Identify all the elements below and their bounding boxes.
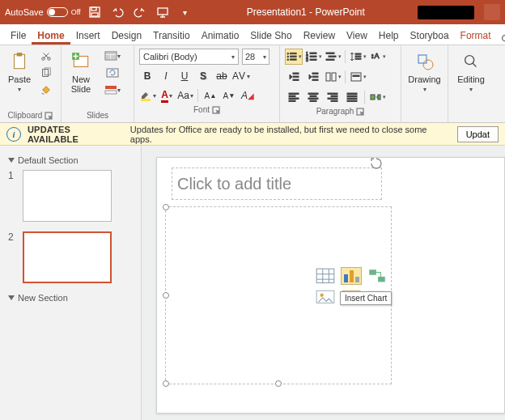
tab-file[interactable]: File bbox=[5, 26, 32, 45]
insert-smartart-icon[interactable] bbox=[367, 267, 388, 285]
highlight-color-button[interactable]: ▾ bbox=[139, 87, 156, 104]
svg-rect-36 bbox=[329, 56, 336, 57]
tab-animations[interactable]: Animatio bbox=[196, 26, 245, 45]
line-spacing-button[interactable]: ▾ bbox=[349, 49, 367, 65]
dialog-launcher-icon[interactable] bbox=[212, 106, 220, 114]
group-drawing: Drawing ▾ x bbox=[401, 45, 448, 122]
add-remove-columns-button[interactable]: ▾ bbox=[324, 69, 342, 85]
align-center-button[interactable] bbox=[304, 89, 322, 105]
align-left-button[interactable] bbox=[285, 89, 303, 105]
character-spacing-button[interactable]: AV▾ bbox=[232, 68, 250, 84]
svg-rect-80 bbox=[350, 270, 354, 282]
underline-button[interactable]: U bbox=[176, 68, 193, 84]
tab-home[interactable]: Home bbox=[32, 26, 70, 45]
dialog-launcher-icon[interactable] bbox=[356, 108, 364, 116]
font-color-button[interactable]: A▾ bbox=[159, 87, 175, 104]
numbering-button[interactable]: 123▾ bbox=[304, 49, 322, 65]
tab-transitions[interactable]: Transitio bbox=[147, 26, 196, 45]
clear-formatting-button[interactable]: A◢ bbox=[240, 87, 256, 104]
ribbon-display-icon[interactable] bbox=[484, 4, 500, 20]
italic-button[interactable]: I bbox=[158, 68, 174, 84]
notify-message: Updates for Office are ready to be insta… bbox=[130, 125, 451, 144]
tab-storyboard[interactable]: Storyboa bbox=[405, 26, 455, 45]
font-name-combo[interactable]: Calibri (Body)▾ bbox=[139, 49, 239, 65]
thumbnail-1[interactable]: 1 bbox=[8, 170, 133, 222]
section-label: Default Section bbox=[18, 155, 79, 165]
svg-rect-66 bbox=[347, 98, 357, 100]
justify-button[interactable] bbox=[343, 89, 361, 105]
selection-handle[interactable] bbox=[163, 292, 169, 299]
svg-text:↕A: ↕A bbox=[371, 52, 380, 60]
autosave-toggle[interactable]: AutoSave Off bbox=[5, 7, 81, 17]
selection-handle[interactable] bbox=[275, 380, 282, 387]
qa-more-icon[interactable]: ▾ bbox=[176, 3, 194, 21]
redo-icon[interactable] bbox=[131, 3, 149, 21]
new-slide-button[interactable]: New Slide bbox=[66, 49, 95, 95]
svg-rect-63 bbox=[331, 100, 337, 102]
shrink-font-button[interactable]: A▼ bbox=[221, 87, 237, 104]
svg-rect-79 bbox=[344, 274, 348, 282]
group-editing: Editing ▾ x bbox=[448, 45, 494, 122]
slide-canvas[interactable]: Click to add title bbox=[142, 146, 505, 420]
undo-icon[interactable] bbox=[108, 3, 126, 21]
tab-slideshow[interactable]: Slide Sho bbox=[244, 26, 297, 45]
increase-indent-button[interactable] bbox=[304, 69, 322, 85]
tab-review[interactable]: Review bbox=[298, 26, 341, 45]
drawing-button[interactable]: Drawing ▾ bbox=[405, 49, 443, 95]
align-text-button[interactable]: ▾ bbox=[349, 69, 367, 85]
shadow-button[interactable]: S bbox=[195, 68, 211, 84]
toggle-icon bbox=[47, 7, 68, 17]
format-painter-icon[interactable] bbox=[37, 83, 55, 97]
align-right-button[interactable] bbox=[324, 89, 342, 105]
strikethrough-button[interactable]: ab bbox=[214, 68, 230, 84]
text-direction-button[interactable]: ↕A▾ bbox=[368, 49, 386, 65]
svg-rect-61 bbox=[331, 95, 337, 97]
smartart-button[interactable]: ▾ bbox=[368, 89, 386, 105]
ribbon-tabs: File Home Insert Design Transitio Animat… bbox=[0, 24, 505, 45]
editing-button[interactable]: Editing ▾ bbox=[454, 49, 488, 95]
section-icon[interactable]: ▾ bbox=[99, 83, 126, 97]
section-header-new[interactable]: New Section bbox=[8, 293, 133, 303]
tab-insert[interactable]: Insert bbox=[70, 26, 106, 45]
dialog-launcher-icon[interactable] bbox=[45, 112, 53, 120]
section-header-default[interactable]: Default Section bbox=[8, 155, 133, 165]
copy-icon[interactable] bbox=[37, 66, 55, 80]
selection-handle[interactable] bbox=[163, 204, 169, 210]
change-case-button[interactable]: Aa▾ bbox=[177, 87, 193, 104]
caret-icon: ▾ bbox=[18, 86, 21, 93]
insert-table-icon[interactable] bbox=[315, 267, 336, 285]
tab-format[interactable]: Format bbox=[455, 26, 497, 45]
slideshow-start-icon[interactable] bbox=[154, 3, 172, 21]
layout-icon[interactable]: ▾ bbox=[99, 49, 126, 63]
paste-button[interactable]: Paste ▾ bbox=[5, 49, 34, 95]
tell-me-search-icon[interactable] bbox=[500, 33, 505, 45]
font-size-combo[interactable]: 28▾ bbox=[242, 49, 269, 65]
insert-pictures-icon[interactable] bbox=[315, 288, 336, 306]
group-slides: New Slide ▾ ▾ Slides bbox=[62, 45, 134, 122]
title-placeholder[interactable]: Click to add title bbox=[172, 168, 382, 200]
svg-rect-20 bbox=[105, 91, 117, 94]
bold-button[interactable]: B bbox=[139, 68, 155, 84]
update-button[interactable]: Updat bbox=[457, 126, 499, 142]
cut-icon[interactable] bbox=[37, 49, 55, 63]
group-label-font: Font bbox=[193, 105, 210, 114]
tab-design[interactable]: Design bbox=[106, 26, 147, 45]
thumbnail-pane[interactable]: Default Section 1 2 New Section bbox=[0, 146, 142, 420]
selection-handle[interactable] bbox=[163, 380, 169, 387]
updates-notification-bar: i UPDATES AVAILABLE Updates for Office a… bbox=[0, 123, 505, 146]
svg-rect-30 bbox=[310, 53, 316, 54]
tab-view[interactable]: View bbox=[341, 26, 373, 45]
tab-help[interactable]: Help bbox=[373, 26, 405, 45]
insert-chart-icon[interactable] bbox=[341, 267, 362, 285]
rotate-handle-icon[interactable] bbox=[369, 156, 384, 172]
bullets-button[interactable]: ▾ bbox=[285, 49, 303, 65]
reset-icon[interactable] bbox=[99, 66, 126, 80]
save-icon[interactable] bbox=[86, 3, 104, 21]
svg-rect-57 bbox=[310, 95, 316, 97]
thumbnail-2[interactable]: 2 bbox=[8, 231, 133, 283]
grow-font-button[interactable]: A▲ bbox=[202, 87, 219, 104]
font-name-value: Calibri (Body) bbox=[143, 52, 197, 62]
title-placeholder-text: Click to add title bbox=[177, 175, 291, 193]
decrease-indent-button[interactable] bbox=[285, 69, 303, 85]
list-level-button[interactable]: ▾ bbox=[324, 49, 342, 65]
